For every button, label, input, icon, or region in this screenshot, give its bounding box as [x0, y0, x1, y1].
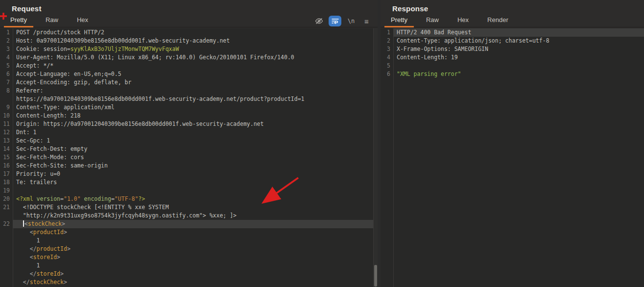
- line-number: 4: [381, 53, 393, 62]
- line-number: [0, 245, 13, 253]
- line-number: 14: [0, 145, 13, 153]
- show-newlines-icon[interactable]: \n: [345, 16, 357, 26]
- tab-hex[interactable]: Hex: [451, 14, 475, 27]
- code-line: 15Sec-Fetch-Mode: cors: [0, 153, 378, 162]
- line-number: 15: [0, 153, 13, 162]
- line-number: [0, 262, 13, 270]
- response-title: Response: [381, 0, 644, 13]
- code-line: 3Cookie: session=syyKlAxB3o7UljzTMonwTQM…: [0, 45, 378, 53]
- request-toolbar: \n ≡: [313, 16, 373, 26]
- code-line: 6Accept-Language: en-US,en;q=0.5: [0, 70, 378, 78]
- request-editor[interactable]: 1POST /product/stock HTTP/22Host: 0a9700…: [0, 28, 378, 287]
- code-line: </storeId>: [0, 270, 378, 278]
- code-line: 7Accept-Encoding: gzip, deflate, br: [0, 78, 378, 87]
- response-editor[interactable]: 1HTTP/2 400 Bad Request2Content-Type: ap…: [381, 28, 644, 287]
- line-number: 12: [0, 128, 13, 137]
- code-line: <storeId>: [0, 253, 378, 262]
- code-line: https://0a970012040309be8156e8db00dd001f…: [0, 95, 378, 103]
- request-scrollbar-thumb[interactable]: [374, 265, 377, 287]
- code-line: 13Sec-Gpc: 1: [0, 137, 378, 145]
- line-number: 8: [0, 87, 13, 95]
- line-number: 5: [0, 62, 13, 70]
- code-line: 5Accept: */*: [0, 62, 378, 70]
- line-number: 5: [381, 62, 393, 70]
- line-number: [0, 212, 13, 220]
- code-line: 5: [381, 62, 644, 70]
- text-cursor: [23, 220, 24, 227]
- response-tabbar: PrettyRawHexRender: [381, 14, 644, 27]
- line-number: 3: [381, 45, 393, 53]
- code-line: 22 <stockCheck>: [0, 220, 378, 228]
- line-number: 9: [0, 103, 13, 112]
- code-line: 2Content-Type: application/json; charset…: [381, 37, 644, 45]
- tab-pretty[interactable]: Pretty: [4, 14, 33, 27]
- code-line: 1: [0, 262, 378, 270]
- request-header: Request PrettyRawHex: [0, 0, 378, 28]
- line-number: 16: [0, 162, 13, 170]
- code-line: <productId>: [0, 228, 378, 237]
- code-line: 1: [0, 237, 378, 245]
- request-panel: Request PrettyRawHex: [0, 0, 378, 287]
- code-line: 10Content-Length: 218: [0, 112, 378, 120]
- code-line: 2Host: 0a970012040309be8156e8db00dd001f.…: [0, 37, 378, 45]
- line-number: 18: [0, 178, 13, 187]
- tab-raw[interactable]: Raw: [420, 14, 445, 27]
- response-panel: Response PrettyRawHexRender 1HTTP/2 400 …: [381, 0, 644, 287]
- tab-pretty[interactable]: Pretty: [384, 14, 414, 27]
- request-scrollbar[interactable]: [373, 28, 378, 287]
- line-number: 4: [0, 53, 13, 62]
- line-number: 1: [381, 28, 393, 37]
- line-number: [0, 270, 13, 278]
- code-line: 3X-Frame-Options: SAMEORIGIN: [381, 45, 644, 53]
- tab-render[interactable]: Render: [481, 14, 515, 27]
- line-number: 13: [0, 137, 13, 145]
- editor-menu-icon[interactable]: ≡: [361, 16, 373, 26]
- line-number: 6: [0, 70, 13, 78]
- line-number: 3: [0, 45, 13, 53]
- line-number: 21: [0, 203, 13, 212]
- code-line: 12Dnt: 1: [0, 128, 378, 137]
- line-number: 2: [0, 37, 13, 45]
- line-number: 7: [0, 78, 13, 87]
- line-number: [0, 278, 13, 287]
- code-line: 6"XML parsing error": [381, 70, 644, 78]
- code-line: 1HTTP/2 400 Bad Request: [381, 28, 644, 37]
- word-wrap-icon[interactable]: [329, 16, 341, 26]
- line-number: 17: [0, 170, 13, 178]
- tab-raw[interactable]: Raw: [39, 14, 65, 27]
- line-number: 22: [0, 220, 13, 228]
- code-line: 4Content-Length: 19: [381, 53, 644, 62]
- code-line: 20<?xml version="1.0" encoding="UTF-8"?>: [0, 195, 378, 203]
- code-line: 11Origin: https://0a970012040309be8156e8…: [0, 120, 378, 128]
- code-line: 14Sec-Fetch-Dest: empty: [0, 145, 378, 153]
- line-number: [0, 228, 13, 237]
- code-line: 9Content-Type: application/xml: [0, 103, 378, 112]
- code-line: 4User-Agent: Mozilla/5.0 (X11; Linux x86…: [0, 53, 378, 62]
- response-header: Response PrettyRawHexRender: [381, 0, 644, 28]
- code-line: "http://k2n9t31uxg9so8754k3jyfcqyh48sygn…: [0, 212, 378, 220]
- code-line: 17Priority: u=0: [0, 170, 378, 178]
- tab-hex[interactable]: Hex: [71, 14, 95, 27]
- line-number: 10: [0, 112, 13, 120]
- code-line: 8Referer:: [0, 87, 378, 95]
- line-number: 20: [0, 195, 13, 203]
- code-line: </stockCheck>: [0, 278, 378, 287]
- hide-nonprintable-eye-off-icon[interactable]: [313, 16, 325, 26]
- line-number: 19: [0, 187, 13, 195]
- line-number: [0, 237, 13, 245]
- code-line: 18Te: trailers: [0, 178, 378, 187]
- code-line: 21 <!DOCTYPE stockCheck [<!ENTITY % xxe …: [0, 203, 378, 212]
- code-line: </productId>: [0, 245, 378, 253]
- line-number: 11: [0, 120, 13, 128]
- line-number: 1: [0, 28, 13, 37]
- request-title: Request: [0, 0, 378, 13]
- line-number: [0, 253, 13, 262]
- code-line: 1POST /product/stock HTTP/2: [0, 28, 378, 37]
- message-editor: Request PrettyRawHex: [0, 0, 644, 287]
- code-line: 19: [0, 187, 378, 195]
- line-number: 2: [381, 37, 393, 45]
- line-number: [0, 95, 13, 103]
- code-line: 16Sec-Fetch-Site: same-origin: [0, 162, 378, 170]
- line-number: 6: [381, 70, 393, 78]
